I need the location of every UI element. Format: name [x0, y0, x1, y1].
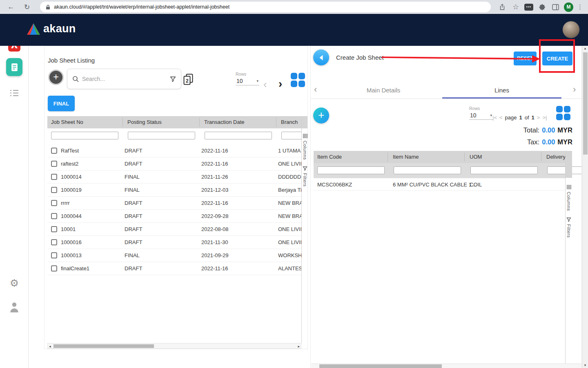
- col-delivery: Delivery: [546, 151, 566, 163]
- back-button[interactable]: [313, 49, 329, 65]
- brand-name: akaun: [43, 22, 76, 35]
- columns-strip-button[interactable]: Columns: [303, 141, 307, 160]
- scroll-right-icon[interactable]: ▸: [298, 344, 300, 348]
- columns-grip-icon[interactable]: [566, 184, 572, 190]
- add-job-sheet-button[interactable]: +: [48, 70, 64, 85]
- side-panel-icon[interactable]: [550, 2, 560, 12]
- filters-funnel-icon[interactable]: [303, 166, 307, 171]
- lines-rows-per-page-control[interactable]: Rows 10 ▾: [469, 106, 493, 120]
- page-scroll-thumb[interactable]: [583, 52, 588, 155]
- tab-main-details[interactable]: Main Details: [325, 82, 442, 99]
- search-input[interactable]: [82, 76, 167, 82]
- share-icon[interactable]: [497, 2, 507, 12]
- table-row[interactable]: 10001 DRAFT 2022-08-08 ONE LIVIN: [47, 223, 301, 236]
- scroll-down-icon[interactable]: ▼: [582, 364, 588, 367]
- bookmark-star-icon[interactable]: ☆: [511, 2, 521, 12]
- rows-select[interactable]: 10 ▾: [469, 111, 493, 120]
- first-page-icon[interactable]: |<: [492, 114, 497, 121]
- row-checkbox[interactable]: [51, 161, 57, 167]
- browser-refresh-icon[interactable]: ↻: [22, 2, 32, 12]
- columns-grip-icon[interactable]: [303, 133, 308, 139]
- document-app-icon[interactable]: [0, 58, 29, 76]
- cell-transaction-date: 2021-09-29: [201, 249, 229, 262]
- profile-person-icon[interactable]: [0, 302, 29, 312]
- table-row[interactable]: raftest2 DRAFT 2022-11-16 ONE LIVIN: [47, 157, 301, 171]
- rows-select[interactable]: 10 ▾: [236, 76, 259, 85]
- table-row[interactable]: rrrrr DRAFT 2022-11-16 NEW BRA: [47, 197, 301, 210]
- extension-badge-icon[interactable]: •••: [524, 4, 533, 11]
- scroll-left-icon[interactable]: ◂: [49, 344, 51, 348]
- columns-strip-button[interactable]: Columns: [566, 192, 571, 211]
- filter-item-code-input[interactable]: [317, 166, 385, 174]
- cell-transaction-date: 2022-11-16: [201, 157, 228, 171]
- add-line-button[interactable]: +: [313, 108, 329, 123]
- tabs-next-icon[interactable]: ›: [573, 85, 576, 94]
- cell-posting-status: DRAFT: [125, 144, 142, 157]
- reset-button[interactable]: RESET: [514, 52, 537, 65]
- browser-menu-kebab-icon[interactable]: ⋮: [577, 3, 583, 11]
- cell-posting-status: FINAL: [125, 184, 140, 197]
- cell-posting-status: DRAFT: [125, 236, 142, 249]
- table-row[interactable]: 1000013 FINAL 2021-09-29 WORKSH: [47, 249, 301, 262]
- filters-funnel-icon[interactable]: [566, 217, 571, 222]
- row-checkbox[interactable]: [51, 187, 57, 193]
- list-menu-icon[interactable]: [0, 90, 29, 96]
- row-checkbox[interactable]: [51, 226, 57, 232]
- tax-currency: MYR: [557, 138, 572, 146]
- svg-text:2: 2: [186, 78, 189, 84]
- table-row[interactable]: 1000014 FINAL 2021-11-26 DDDDDD: [47, 171, 301, 184]
- settings-gear-icon[interactable]: ⚙: [0, 278, 29, 288]
- filter-posting-status-input[interactable]: [128, 132, 195, 139]
- user-avatar[interactable]: [562, 21, 580, 38]
- filter-delivery-input[interactable]: [547, 166, 582, 174]
- next-page-icon[interactable]: >: [537, 114, 540, 121]
- row-checkbox[interactable]: [51, 200, 57, 206]
- create-button[interactable]: CREATE: [542, 52, 572, 65]
- lines-hscroll-thumb[interactable]: [319, 364, 442, 368]
- table-row[interactable]: 1000044 DRAFT 2022-09-28 NEW BRA: [47, 210, 301, 223]
- tab-lines-label: Lines: [494, 87, 509, 94]
- filter-uom-input[interactable]: [470, 166, 538, 174]
- row-checkbox[interactable]: [51, 213, 57, 219]
- gear-glyph: ⚙: [10, 278, 19, 288]
- search-filter-funnel-icon[interactable]: [170, 76, 176, 82]
- tax-label: Tax:: [527, 138, 539, 146]
- url-bar[interactable]: akaun.cloud/#/applet/tnt/wavelet/erp/int…: [40, 2, 491, 12]
- listing-hscroll-thumb[interactable]: [53, 344, 154, 348]
- cell-transaction-date: 2022-11-16: [201, 144, 228, 157]
- col-job-sheet-no: Job Sheet No: [51, 116, 83, 128]
- extensions-puzzle-icon[interactable]: [537, 2, 547, 12]
- filter-item-name-input[interactable]: [394, 166, 461, 174]
- table-row[interactable]: 1000019 FINAL 2021-12-03 Berjaya Ti: [47, 184, 301, 197]
- total-line: Total: 0.00 MYR: [523, 126, 572, 134]
- row-checkbox[interactable]: [51, 148, 57, 154]
- grid-view-icon[interactable]: [556, 106, 571, 121]
- table-row[interactable]: RafTest DRAFT 2022-11-16 1 UTAMA: [47, 144, 301, 157]
- duplicate-pages-icon[interactable]: 2: [183, 74, 193, 85]
- filters-strip-button[interactable]: Filters: [303, 173, 307, 186]
- row-checkbox[interactable]: [51, 174, 57, 180]
- table-row[interactable]: finalCreate1 DRAFT 2022-11-16 ALANTES: [47, 262, 301, 275]
- tabs-prev-icon[interactable]: ‹: [314, 85, 317, 94]
- row-checkbox[interactable]: [51, 265, 57, 272]
- rows-per-page-control[interactable]: Rows 10 ▾: [236, 72, 259, 85]
- line-row[interactable]: MCSC006BKZ 6 MM² CU/PVC BLACK CABLE 1...…: [314, 178, 565, 191]
- tab-lines[interactable]: Lines: [442, 82, 561, 99]
- filter-job-sheet-no-input[interactable]: [51, 132, 118, 139]
- col-item-name: Item Name: [393, 151, 419, 163]
- prev-page-icon[interactable]: <: [499, 114, 503, 121]
- final-filter-button[interactable]: FINAL: [48, 96, 75, 111]
- scroll-up-icon[interactable]: ▲: [582, 47, 588, 50]
- filter-transaction-date-input[interactable]: [205, 132, 272, 139]
- grid-view-icon[interactable]: [291, 73, 306, 88]
- prev-page-icon[interactable]: ‹: [263, 79, 267, 90]
- next-page-icon[interactable]: ›: [278, 78, 282, 90]
- row-checkbox[interactable]: [51, 252, 57, 258]
- row-checkbox[interactable]: [51, 239, 57, 245]
- table-row[interactable]: 1000016 DRAFT 2021-11-30 ONE LIVIN: [47, 236, 301, 249]
- filters-strip-button[interactable]: Filters: [566, 224, 571, 238]
- browser-back-icon[interactable]: ←: [6, 2, 16, 12]
- browser-profile-avatar[interactable]: M: [564, 2, 573, 12]
- last-page-icon[interactable]: >|: [542, 114, 547, 121]
- job-sheet-listing-panel: Job Sheet Listing + 2 Rows 10 ▾ ‹ › FINA…: [44, 46, 308, 349]
